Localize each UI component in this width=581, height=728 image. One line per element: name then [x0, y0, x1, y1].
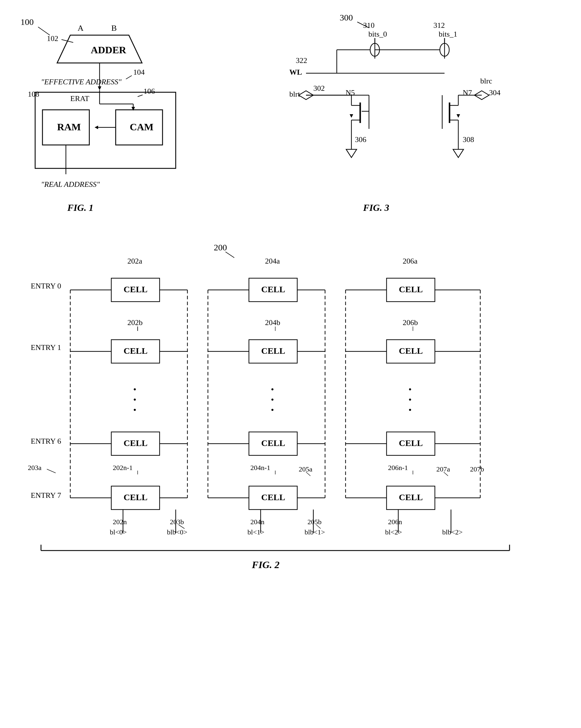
svg-text:bl<2>: bl<2>	[385, 528, 402, 536]
svg-text:CELL: CELL	[124, 438, 148, 448]
fig3-diagram: 300 310 bits_0 312 bits_1 322 WL blrt	[278, 12, 542, 234]
svg-text:FIG. 3: FIG. 3	[363, 202, 389, 213]
svg-text:WL: WL	[289, 68, 302, 76]
svg-text:•: •	[271, 385, 274, 394]
svg-text:204a: 204a	[265, 257, 280, 265]
svg-text:CELL: CELL	[261, 492, 285, 502]
svg-line-9	[126, 76, 132, 79]
svg-line-17	[138, 95, 142, 97]
svg-text:100: 100	[21, 17, 34, 27]
svg-text:CELL: CELL	[124, 492, 148, 502]
svg-text:310: 310	[363, 21, 374, 30]
svg-text:108: 108	[28, 90, 39, 98]
svg-text:206a: 206a	[403, 257, 418, 265]
svg-text:RAM: RAM	[57, 122, 81, 132]
svg-text:202a: 202a	[127, 257, 142, 265]
svg-text:bits_0: bits_0	[368, 30, 387, 38]
svg-text:322: 322	[296, 56, 307, 65]
svg-text:207b: 207b	[470, 465, 484, 473]
svg-line-1	[38, 27, 50, 35]
svg-text:202n-1: 202n-1	[113, 464, 133, 471]
svg-text:203a: 203a	[28, 464, 42, 471]
svg-text:CELL: CELL	[399, 346, 423, 356]
svg-text:104: 104	[133, 68, 145, 76]
svg-text:blrc: blrc	[480, 77, 492, 85]
svg-marker-67	[346, 149, 357, 158]
svg-text:•: •	[408, 385, 412, 394]
svg-text:308: 308	[463, 135, 474, 144]
svg-marker-75	[456, 114, 460, 118]
svg-text:206b: 206b	[403, 318, 418, 327]
svg-text:bl<1>: bl<1>	[247, 528, 264, 536]
svg-marker-79	[453, 149, 464, 158]
svg-text:bits_1: bits_1	[439, 30, 457, 38]
svg-text:•: •	[133, 385, 136, 394]
svg-text:CELL: CELL	[124, 346, 148, 356]
svg-text:bl<0>: bl<0>	[110, 528, 127, 536]
svg-text:102: 102	[47, 34, 58, 43]
svg-text:B: B	[111, 23, 117, 32]
svg-text:CELL: CELL	[399, 492, 423, 502]
svg-text:205a: 205a	[299, 465, 313, 473]
svg-text:206n-1: 206n-1	[388, 464, 408, 471]
svg-line-84	[226, 252, 234, 258]
svg-text:ENTRY 1: ENTRY 1	[31, 343, 61, 352]
svg-text:300: 300	[340, 12, 353, 22]
svg-text:ENTRY 6: ENTRY 6	[31, 437, 61, 445]
svg-text:•: •	[408, 395, 412, 405]
svg-text:N5: N5	[346, 88, 355, 97]
svg-text:203b: 203b	[170, 518, 184, 526]
svg-text:blb<0>: blb<0>	[167, 528, 187, 536]
fig2-diagram: 200 202a ENTRY 0 CELL 202b ENTRY 1 CELL …	[12, 240, 568, 703]
fig1-diagram: 100 A B 102 ADDER 104 "EFFECTIVE ADDRESS…	[12, 12, 217, 234]
svg-text:204n: 204n	[250, 518, 264, 526]
svg-text:CELL: CELL	[124, 284, 148, 294]
svg-text:blb<2>: blb<2>	[442, 528, 463, 536]
svg-text:202b: 202b	[127, 318, 142, 327]
svg-text:205b: 205b	[308, 518, 321, 526]
svg-text:•: •	[271, 405, 274, 415]
svg-text:306: 306	[355, 135, 366, 144]
svg-text:•: •	[133, 395, 136, 405]
svg-marker-11	[98, 86, 101, 90]
svg-text:ENTRY 7: ENTRY 7	[31, 491, 61, 500]
svg-text:N7: N7	[463, 88, 472, 97]
svg-text:204n-1: 204n-1	[250, 464, 270, 471]
svg-text:ADDER: ADDER	[91, 45, 126, 55]
svg-text:200: 200	[214, 242, 227, 252]
svg-text:FIG. 2: FIG. 2	[252, 559, 280, 570]
svg-text:204b: 204b	[265, 318, 280, 327]
svg-text:CELL: CELL	[261, 284, 285, 294]
svg-text:202n: 202n	[113, 518, 127, 526]
svg-text:CELL: CELL	[399, 438, 423, 448]
svg-text:206n: 206n	[388, 518, 402, 526]
svg-text:blrt: blrt	[289, 90, 300, 98]
svg-text:A: A	[78, 23, 84, 32]
svg-text:FIG. 1: FIG. 1	[67, 202, 94, 213]
svg-line-107	[47, 469, 56, 473]
svg-text:CELL: CELL	[261, 438, 285, 448]
svg-text:CELL: CELL	[399, 284, 423, 294]
svg-text:207a: 207a	[436, 465, 450, 473]
svg-text:•: •	[133, 405, 136, 415]
svg-marker-64	[350, 114, 353, 118]
svg-text:blb<1>: blb<1>	[305, 528, 325, 536]
svg-text:ENTRY 0: ENTRY 0	[31, 282, 61, 290]
svg-text:CAM: CAM	[130, 122, 154, 132]
svg-text:CELL: CELL	[261, 346, 285, 356]
svg-text:106: 106	[143, 87, 155, 96]
svg-text:302: 302	[313, 84, 325, 93]
svg-text:ERAT: ERAT	[70, 94, 89, 103]
svg-text:312: 312	[433, 21, 445, 30]
svg-text:"EFFECTIVE ADDRESS": "EFFECTIVE ADDRESS"	[41, 78, 122, 86]
svg-marker-27	[95, 126, 98, 129]
svg-text:•: •	[408, 405, 412, 415]
svg-text:"REAL ADDRESS": "REAL ADDRESS"	[41, 180, 100, 189]
svg-text:•: •	[271, 395, 274, 405]
svg-text:304: 304	[489, 88, 500, 97]
